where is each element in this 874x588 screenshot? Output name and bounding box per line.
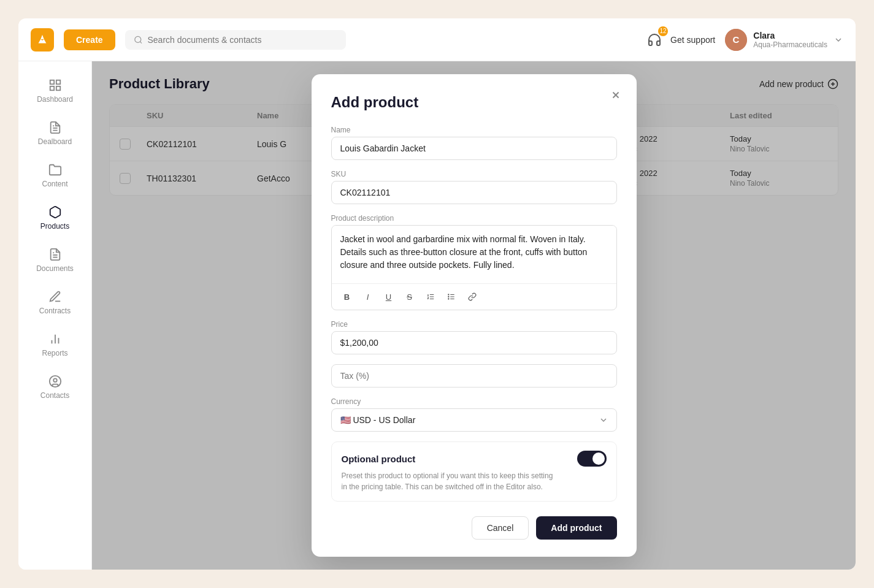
reports-icon (48, 332, 62, 346)
modal-title: Add product (331, 94, 617, 111)
unordered-list-button[interactable] (443, 289, 459, 305)
sidebar-item-label: Content (42, 180, 67, 188)
sidebar-item-contracts[interactable]: Contracts (18, 283, 91, 323)
price-field-group: Price (331, 320, 617, 354)
support-button[interactable]: 12 Get support (643, 29, 715, 51)
close-icon (610, 90, 621, 101)
name-field-group: Name (331, 126, 617, 160)
svg-point-0 (134, 36, 140, 42)
avatar: C (725, 29, 747, 51)
svg-rect-6 (56, 86, 59, 90)
description-area: Jacket in wool and garbardine mix with n… (331, 225, 617, 310)
search-icon (134, 35, 143, 45)
optional-toggle[interactable] (577, 451, 607, 467)
dealboard-icon (48, 121, 62, 134)
user-text: Clara Aqua-Pharmaceuticals (753, 31, 827, 49)
link-button[interactable] (464, 289, 480, 305)
modal-overlay: Add product Name SKU Product description (92, 61, 856, 570)
create-button[interactable]: Create (64, 29, 115, 50)
svg-text:C: C (733, 34, 740, 45)
products-icon (48, 205, 62, 219)
price-input[interactable] (331, 331, 617, 354)
modal-close-button[interactable] (606, 85, 626, 105)
user-company: Aqua-Pharmaceuticals (753, 40, 827, 49)
documents-icon (48, 248, 62, 261)
sidebar: Dashboard Dealboard Content Products Doc… (18, 61, 92, 570)
name-input[interactable] (331, 137, 617, 160)
svg-point-27 (448, 294, 448, 295)
svg-rect-5 (50, 86, 53, 90)
tax-field-group (331, 364, 617, 388)
description-label: Product description (331, 214, 617, 223)
content-icon (48, 163, 62, 177)
currency-field-group: Currency 🇺🇸 USD - US Dollar 🇪🇺 EUR - Eur… (331, 397, 617, 432)
main-area: Dashboard Dealboard Content Products Doc… (18, 61, 856, 570)
add-product-button[interactable]: Add product (536, 516, 616, 540)
strikethrough-button[interactable]: S (402, 289, 418, 305)
editor-toolbar: B I U S (332, 283, 616, 310)
sidebar-item-label: Dashboard (37, 95, 73, 104)
sidebar-item-products[interactable]: Products (18, 198, 91, 238)
underline-button[interactable]: U (381, 289, 397, 305)
description-textarea[interactable]: Jacket in wool and garbardine mix with n… (332, 226, 616, 281)
sidebar-item-label: Contracts (39, 307, 71, 315)
sidebar-item-documents[interactable]: Documents (18, 240, 91, 280)
search-bar (125, 30, 346, 50)
contacts-icon (48, 375, 62, 388)
name-label: Name (331, 126, 617, 134)
toggle-knob (592, 452, 605, 465)
support-badge: 12 (658, 26, 668, 36)
currency-select-wrapper: 🇺🇸 USD - US Dollar 🇪🇺 EUR - Euro 🇬🇧 GBP … (331, 408, 617, 432)
sidebar-item-label: Contacts (40, 391, 69, 400)
description-field-group: Product description Jacket in wool and g… (331, 214, 617, 310)
sku-label: SKU (331, 170, 617, 178)
link-icon (468, 292, 477, 301)
bold-button[interactable]: B (339, 289, 355, 305)
chevron-down-icon (834, 35, 843, 45)
optional-header: Optional product (342, 451, 607, 467)
dashboard-icon (48, 78, 62, 92)
tax-input[interactable] (331, 364, 617, 388)
optional-product-title: Optional product (342, 454, 416, 464)
svg-rect-4 (56, 80, 59, 84)
svg-rect-3 (50, 80, 53, 84)
sidebar-item-content[interactable]: Content (18, 156, 91, 196)
currency-select[interactable]: 🇺🇸 USD - US Dollar 🇪🇺 EUR - Euro 🇬🇧 GBP … (331, 408, 617, 432)
unordered-list-icon (447, 292, 456, 301)
modal-actions: Cancel Add product (331, 516, 617, 540)
contracts-icon (48, 290, 62, 304)
sidebar-item-contacts[interactable]: Contacts (18, 367, 91, 407)
sidebar-item-dealboard[interactable]: Dealboard (18, 113, 91, 153)
topbar-right: 12 Get support C Clara Aqua-Pharmaceutic… (643, 29, 843, 51)
add-product-modal: Add product Name SKU Product description (312, 74, 637, 557)
svg-point-29 (448, 299, 448, 299)
italic-button[interactable]: I (360, 289, 376, 305)
sku-input[interactable] (331, 181, 617, 204)
sidebar-item-reports[interactable]: Reports (18, 325, 91, 365)
content-area: Product Library Add new product SKU Name… (92, 61, 856, 570)
sidebar-item-label: Reports (42, 349, 67, 357)
search-input[interactable] (147, 35, 337, 45)
support-icon-wrap: 12 (643, 29, 665, 51)
user-info[interactable]: C Clara Aqua-Pharmaceuticals (725, 29, 843, 51)
price-label: Price (331, 320, 617, 329)
sidebar-item-label: Documents (36, 264, 74, 273)
sidebar-item-dashboard[interactable]: Dashboard (18, 71, 91, 111)
ordered-list-icon (426, 292, 435, 301)
svg-point-28 (448, 296, 448, 297)
topbar: Create 12 Get support C Clara Aqua-Pharm… (18, 18, 856, 61)
optional-product-section: Optional product Preset this product to … (331, 441, 617, 502)
support-label: Get support (670, 35, 715, 45)
optional-product-description: Preset this product to optional if you w… (342, 470, 554, 492)
sidebar-item-label: Products (40, 222, 69, 231)
ordered-list-button[interactable] (423, 289, 439, 305)
svg-point-15 (53, 378, 57, 382)
app-logo[interactable] (31, 28, 54, 52)
sku-field-group: SKU (331, 170, 617, 204)
sidebar-item-label: Dealboard (38, 137, 72, 146)
cancel-button[interactable]: Cancel (472, 516, 529, 540)
currency-label: Currency (331, 397, 617, 406)
user-name: Clara (753, 31, 827, 40)
